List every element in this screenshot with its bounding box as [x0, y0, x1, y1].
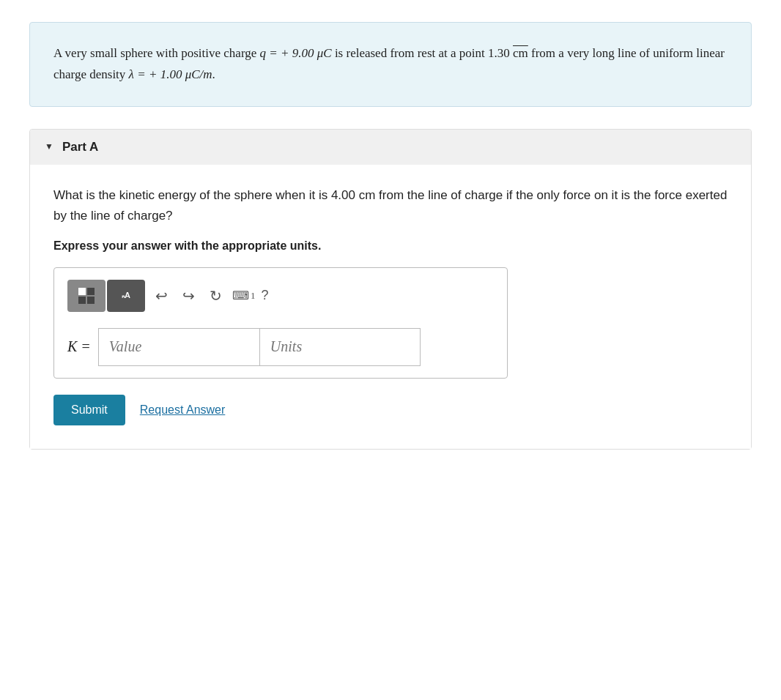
help-icon: ?: [262, 288, 269, 303]
text-mode-button[interactable]: ₙA: [107, 280, 145, 312]
toolbar-btn-group: ₙA: [67, 280, 145, 312]
part-title: Part A: [62, 140, 98, 154]
units-input[interactable]: [259, 328, 421, 366]
problem-box: A very small sphere with positive charge…: [29, 22, 752, 107]
express-units-text: Express your answer with the appropriate…: [53, 239, 728, 253]
redo-button[interactable]: ↪: [178, 286, 199, 306]
part-section: ▼ Part A What is the kinetic energy of t…: [29, 129, 752, 450]
part-header[interactable]: ▼ Part A: [30, 130, 751, 165]
refresh-button[interactable]: ↻: [205, 286, 226, 306]
answer-box: ₙA ↩ ↪ ↻ ⌨ 1 ? K =: [53, 267, 508, 379]
keyboard-icon: ⌨ 1: [232, 288, 256, 302]
redo-icon: ↪: [182, 287, 195, 305]
value-input[interactable]: [98, 328, 259, 366]
submit-button[interactable]: Submit: [53, 395, 125, 425]
k-label: K =: [67, 338, 91, 355]
undo-icon: ↩: [155, 287, 168, 305]
collapse-arrow-icon: ▼: [45, 141, 53, 152]
part-content: What is the kinetic energy of the sphere…: [30, 165, 751, 449]
text-mode-icon: ₙA: [122, 291, 130, 300]
formula-grid-icon: [78, 288, 95, 304]
question-text: What is the kinetic energy of the sphere…: [53, 185, 728, 226]
undo-button[interactable]: ↩: [151, 286, 172, 306]
problem-text: A very small sphere with positive charge…: [53, 46, 725, 81]
refresh-icon: ↻: [210, 287, 222, 305]
toolbar: ₙA ↩ ↪ ↻ ⌨ 1 ?: [67, 280, 494, 318]
input-row: K =: [67, 328, 494, 366]
formula-mode-button[interactable]: [67, 280, 106, 312]
request-answer-link[interactable]: Request Answer: [140, 403, 226, 417]
button-row: Submit Request Answer: [53, 395, 728, 425]
